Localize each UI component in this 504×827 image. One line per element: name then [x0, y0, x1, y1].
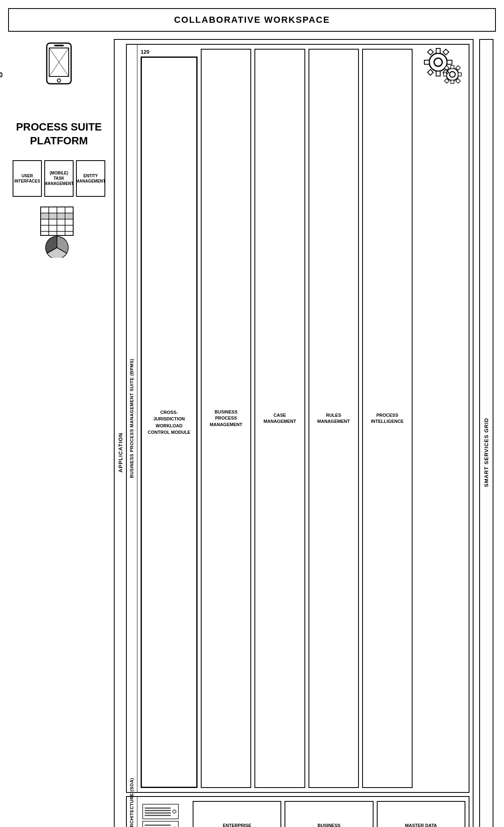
bpms-box-bpm: BUSINESSPROCESSMANAGEMENT — [201, 49, 251, 788]
gear-icon — [416, 44, 469, 93]
app-boxes-row: USERINTERFACES (MOBILE) TASKMANAGEMENT E… — [13, 160, 105, 197]
app-box-mobile-task: (MOBILE) TASKMANAGEMENT — [44, 160, 74, 197]
app-box-entity-management: ENTITYMANAGEMENT — [76, 160, 105, 197]
server-racks-icon — [141, 801, 189, 827]
smart-services-section: SMART SERVICES GRID — [474, 39, 496, 827]
svg-point-29 — [450, 72, 455, 77]
svg-point-19 — [434, 58, 442, 66]
application-label: APPLICATION — [115, 429, 126, 477]
soa-box-master-data: MASTER DATAMANAGEMENT — [377, 801, 465, 827]
main-diagram: 100 PROCESS SUITE PLATFORM USERINTERFA — [8, 39, 496, 827]
svg-rect-21 — [436, 71, 440, 76]
svg-rect-25 — [428, 49, 433, 55]
svg-point-18 — [429, 53, 447, 71]
svg-rect-24 — [443, 49, 449, 55]
data-chart-icon — [33, 205, 85, 258]
svg-rect-31 — [451, 80, 454, 83]
process-suite-title: PROCESS SUITE PLATFORM — [8, 120, 110, 148]
cross-jurisdiction-box: CROSS-JURISDICTIONWORKLOADCONTROL MODULE — [141, 57, 198, 788]
svg-rect-15 — [49, 213, 56, 219]
left-section: PROCESS SUITE PLATFORM USERINTERFACES (M… — [8, 39, 114, 827]
soa-label: SERVICE ORIENTED ARCHITECTURE (SOA) — [129, 778, 134, 827]
svg-rect-5 — [54, 45, 64, 46]
bpms-box-rules: RULESMANAGEMENT — [308, 49, 359, 788]
soa-box-enterprise: ENTERPRISESERVICE BUS — [193, 801, 281, 827]
soa-box-business-services: BUSINESSSERVICES — [285, 801, 373, 827]
bpms-box-process-intel: PROCESSINTELLIGENCE — [362, 49, 413, 788]
svg-rect-27 — [428, 70, 433, 75]
phone-icon — [39, 39, 79, 104]
middle-section: APPLICATION — [114, 39, 474, 827]
svg-rect-16 — [57, 213, 65, 219]
svg-rect-17 — [65, 213, 73, 219]
svg-rect-32 — [458, 73, 461, 76]
label-120: 120 — [141, 49, 198, 55]
svg-rect-0 — [47, 43, 71, 84]
app-box-user-interfaces: USERINTERFACES — [13, 160, 42, 197]
bpms-label: BUSINESS PROCESS MANAGEMENT SUITE (BPMS) — [129, 359, 134, 478]
svg-point-4 — [57, 79, 61, 82]
svg-rect-20 — [436, 48, 440, 53]
svg-rect-30 — [451, 65, 454, 69]
top-banner: COLLABORATIVE WORKSPACE — [8, 8, 496, 32]
svg-point-28 — [446, 68, 458, 81]
svg-rect-22 — [447, 60, 452, 64]
smart-services-label: SMART SERVICES GRID — [479, 39, 493, 827]
svg-rect-14 — [41, 213, 48, 219]
svg-rect-33 — [443, 73, 447, 76]
bpms-box-case: CASEMANAGEMENT — [254, 49, 305, 788]
diagram-label-100: 100 — [0, 72, 3, 79]
svg-rect-23 — [424, 60, 429, 64]
